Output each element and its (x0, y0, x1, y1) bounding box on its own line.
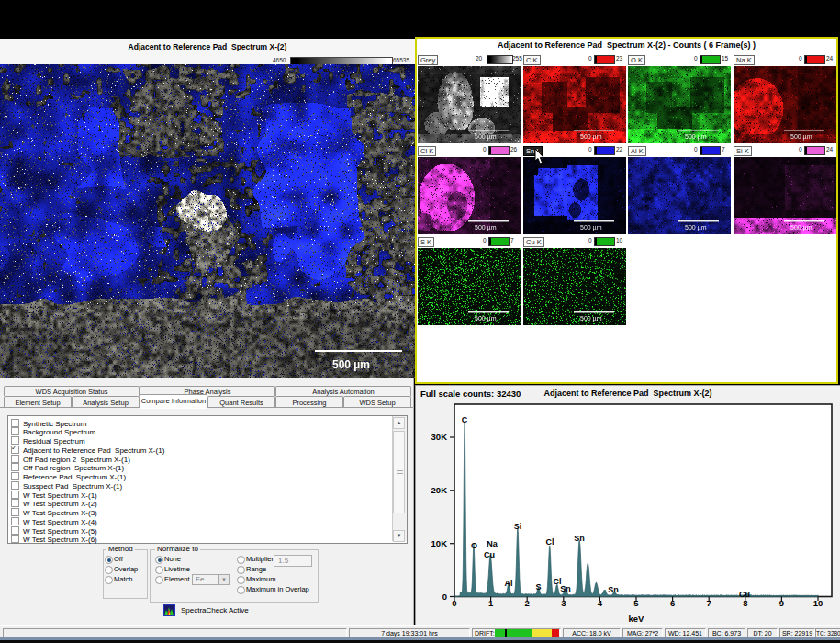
svg-text:Cl: Cl (546, 537, 554, 547)
svg-text:Sn: Sn (608, 585, 619, 594)
svg-text:Al: Al (505, 579, 513, 588)
svg-text:10K: 10K (431, 538, 448, 548)
svg-text:1: 1 (488, 598, 494, 608)
svg-text:Cu: Cu (484, 550, 495, 559)
svg-text:5: 5 (633, 598, 639, 608)
svg-text:Si: Si (514, 522, 522, 531)
svg-text:Sn: Sn (560, 584, 571, 593)
svg-text:3: 3 (561, 598, 566, 608)
svg-text:0: 0 (452, 598, 456, 608)
svg-text:Na: Na (487, 539, 498, 548)
svg-text:O: O (471, 541, 477, 550)
svg-text:10: 10 (813, 598, 823, 608)
svg-text:C: C (462, 415, 468, 424)
svg-text:9: 9 (779, 598, 784, 608)
svg-text:7: 7 (707, 598, 711, 608)
svg-text:6: 6 (670, 598, 675, 608)
svg-text:30K: 30K (431, 432, 448, 442)
svg-text:Sn: Sn (574, 534, 585, 543)
svg-text:20K: 20K (431, 485, 448, 495)
svg-text:0: 0 (442, 592, 447, 602)
svg-text:Cu: Cu (739, 590, 750, 599)
svg-text:2: 2 (525, 598, 530, 608)
svg-text:S: S (535, 582, 541, 592)
svg-text:4: 4 (598, 598, 603, 608)
svg-text:keV: keV (629, 614, 645, 624)
svg-text:8: 8 (743, 598, 747, 608)
